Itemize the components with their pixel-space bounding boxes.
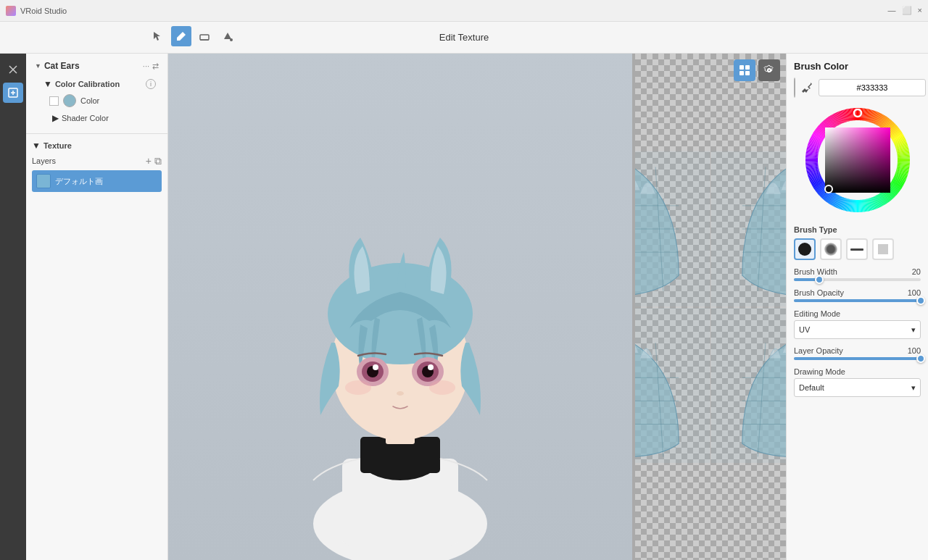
texture-toolbar [734,59,780,81]
cat-ears-actions: ··· ⇄ [143,62,159,71]
svg-rect-1 [200,35,209,40]
layer-item[interactable]: デフォルト画 [32,170,162,192]
right-panel: Brush Color Brush Type [786,54,928,560]
drawing-mode-chevron: ▾ [911,383,916,393]
uv-ear-svg-br [711,308,786,463]
svg-point-24 [397,391,404,396]
fill-tool[interactable] [218,26,238,46]
texture-section: ▼ Texture Layers + ⧉ デフォルト画 [26,134,167,196]
brush-circle-icon [798,243,811,256]
brush-type-section: Brush Type [794,225,921,260]
color-wheel-canvas[interactable] [801,104,914,217]
brush-width-value: 20 [899,267,921,276]
canvas-content [168,54,786,560]
color-checkbox[interactable] [49,96,59,106]
brush-color-title: Brush Color [794,61,921,72]
minimize-button[interactable]: — [888,6,896,15]
brush-opacity-label: Brush Opacity [794,288,844,297]
cat-ears-section: ▼ Cat Ears ··· ⇄ ▼ Color Calibration i [26,54,167,134]
add-layer-btn[interactable]: + [146,156,152,166]
view-toggle-btn[interactable] [734,59,755,81]
layer-opacity-fill [794,357,921,360]
info-icon[interactable]: i [146,79,156,89]
current-color-swatch[interactable] [794,78,795,98]
layer-opacity-value: 100 [899,346,921,355]
brush-width-thumb[interactable] [815,275,824,284]
brush-type-label: Brush Type [794,225,921,234]
color-cal-arrow: ▼ [44,79,52,89]
uv-cell-tl [635,151,710,306]
select-tool[interactable] [148,26,168,46]
layer-thumbnail [36,174,51,188]
brush-tool[interactable] [171,26,191,46]
cat-ears-more[interactable]: ··· [143,62,149,71]
maximize-button[interactable]: ⬜ [902,6,912,15]
eyedropper-btn[interactable] [801,79,813,96]
layers-row: Layers + ⧉ [32,153,162,169]
editing-mode-select[interactable]: UV ▾ [794,320,921,339]
layers-label: Layers [32,156,146,165]
texture-title: Texture [44,141,162,150]
svg-rect-28 [745,65,750,70]
uv-ear-svg-bl [635,308,710,463]
3d-preview[interactable] [168,54,632,560]
cat-ears-arrow: ▼ [35,62,41,70]
close-button[interactable]: × [918,6,922,15]
texture-header[interactable]: ▼ Texture [32,138,162,153]
titlebar: VRoid Studio — ⬜ × [0,0,928,22]
brush-hard-option[interactable] [794,238,816,260]
shader-arrow: ▶ [52,113,59,123]
main-layout: ▼ Cat Ears ··· ⇄ ▼ Color Calibration i [0,54,928,560]
layer-opacity-track[interactable] [794,357,921,360]
character-svg [248,104,552,560]
brush-opacity-row: Brush Opacity 100 [794,288,921,302]
svg-rect-27 [740,65,744,70]
cat-ears-title: Cat Ears [44,61,140,71]
app-title: VRoid Studio [20,7,67,15]
layer-opacity-thumb[interactable] [916,354,925,363]
drawing-mode-value: Default [799,383,824,392]
svg-point-26 [429,380,455,395]
brush-square-option[interactable] [872,238,894,260]
texture-view[interactable] [635,54,786,560]
svg-point-25 [345,380,371,395]
shader-color-row[interactable]: ▶ Shader Color [44,110,156,126]
titlebar-controls[interactable]: — ⬜ × [888,6,922,15]
texture-settings-btn[interactable] [758,59,780,81]
color-calibration-header[interactable]: ▼ Color Calibration i [44,77,156,91]
left-nav [0,54,26,560]
edit-texture-bar: Edit Texture [0,22,928,54]
cat-ears-settings[interactable]: ⇄ [152,62,159,71]
hex-input[interactable] [819,79,926,96]
svg-point-23 [428,364,434,370]
color-swatch[interactable] [63,94,76,107]
editing-mode-row: Editing Mode UV ▾ [794,309,921,339]
editing-mode-value: UV [799,325,810,334]
editing-mode-chevron: ▾ [911,325,916,335]
duplicate-layer-btn[interactable]: ⧉ [154,156,162,166]
brush-width-label-row: Brush Width 20 [794,267,921,276]
sidebar: ▼ Cat Ears ··· ⇄ ▼ Color Calibration i [26,54,168,560]
nav-close-btn[interactable] [3,59,23,80]
drawing-mode-label: Drawing Mode [794,367,921,376]
brush-opacity-thumb[interactable] [916,296,925,305]
drawing-mode-select[interactable]: Default ▾ [794,378,921,397]
color-row: Color [44,91,156,110]
brush-soft-icon [824,243,837,256]
editing-mode-label: Editing Mode [794,309,921,318]
uv-map-container [635,151,786,463]
eraser-tool[interactable] [194,26,215,46]
layers-actions: + ⧉ [146,156,162,166]
color-wheel-container[interactable] [794,104,921,217]
layer-name: デフォルト画 [55,176,103,187]
brush-line-icon [850,248,863,251]
nav-edit-btn[interactable] [3,83,23,103]
brush-opacity-track[interactable] [794,299,921,302]
brush-line-option[interactable] [846,238,868,260]
brush-soft-option[interactable] [820,238,842,260]
layer-opacity-label-row: Layer Opacity 100 [794,346,921,355]
app-icon [6,6,16,16]
brush-width-track[interactable] [794,278,921,281]
svg-rect-30 [745,71,750,75]
cat-ears-header[interactable]: ▼ Cat Ears ··· ⇄ [32,58,162,74]
